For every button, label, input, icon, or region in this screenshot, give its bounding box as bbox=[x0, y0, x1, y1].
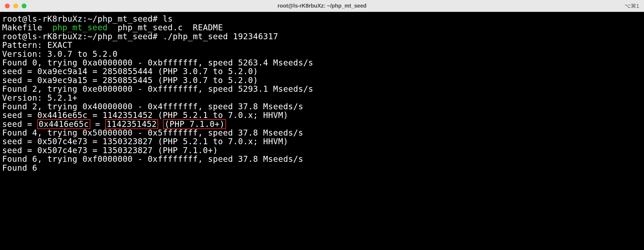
equals-text: = bbox=[90, 119, 105, 129]
file-name: php_mt_seed.c README bbox=[108, 23, 223, 32]
window-title: root@ls-rK8rbuXz: ~/php_mt_seed bbox=[277, 3, 366, 9]
shortcut-indicator: ⌥⌘1 bbox=[625, 3, 639, 9]
output-line: Found 0, trying 0xa0000000 - 0xbfffffff,… bbox=[2, 58, 642, 67]
output-line: Found 6, trying 0xf0000000 - 0xffffffff,… bbox=[2, 155, 642, 163]
output-line: seed = 0xa9ec9a14 = 2850855444 (PHP 3.0.… bbox=[2, 67, 642, 76]
prompt-text: root@ls-rK8rbuXz:~/php_mt_seed# bbox=[2, 14, 163, 24]
space-text bbox=[158, 119, 163, 129]
output-line: Pattern: EXACT bbox=[2, 41, 642, 50]
highlighted-hex: 0x4416e65c bbox=[37, 119, 90, 129]
output-line: seed = 0xa9ec9a15 = 2850855445 (PHP 3.0.… bbox=[2, 76, 642, 85]
maximize-icon[interactable] bbox=[22, 4, 26, 8]
output-line: seed = 0x507c4e73 = 1350323827 (PHP 7.1.… bbox=[2, 146, 642, 155]
seed-prefix: seed = bbox=[2, 119, 37, 129]
highlighted-version: (PHP 7.1.0+) bbox=[163, 119, 226, 129]
window-titlebar: root@ls-rK8rbuXz: ~/php_mt_seed ⌥⌘1 bbox=[0, 0, 644, 12]
highlighted-decimal: 1142351452 bbox=[105, 119, 158, 129]
executable-name: php_mt_seed bbox=[52, 23, 108, 32]
output-line: Found 2, trying 0xe0000000 - 0xffffffff,… bbox=[2, 85, 642, 93]
prompt-line: root@ls-rK8rbuXz:~/php_mt_seed# ls bbox=[2, 15, 642, 23]
output-line: Version: 3.0.7 to 5.2.0 bbox=[2, 50, 642, 58]
command-text: ./php_mt_seed 192346317 bbox=[163, 32, 278, 41]
minimize-icon[interactable] bbox=[13, 4, 18, 8]
traffic-lights bbox=[5, 4, 26, 8]
output-line: Found 6 bbox=[2, 164, 642, 172]
terminal-area[interactable]: root@ls-rK8rbuXz:~/php_mt_seed# ls Makef… bbox=[0, 12, 644, 175]
output-line: seed = 0x507c4e73 = 1350323827 (PHP 5.2.… bbox=[2, 137, 642, 146]
prompt-line: root@ls-rK8rbuXz:~/php_mt_seed# ./php_mt… bbox=[2, 32, 642, 41]
command-text: ls bbox=[163, 14, 173, 24]
close-icon[interactable] bbox=[5, 4, 10, 8]
output-line: Found 2, trying 0x40000000 - 0x4fffffff,… bbox=[2, 102, 642, 111]
output-line: seed = 0x4416e65c = 1142351452 (PHP 5.2.… bbox=[2, 111, 642, 120]
output-line: Version: 5.2.1+ bbox=[2, 94, 642, 102]
ls-output: Makefile php_mt_seed php_mt_seed.c READM… bbox=[2, 23, 642, 32]
highlighted-seed-line: seed = 0x4416e65c = 1142351452 (PHP 7.1.… bbox=[2, 120, 642, 129]
prompt-text: root@ls-rK8rbuXz:~/php_mt_seed# bbox=[2, 32, 163, 41]
file-name: Makefile bbox=[2, 23, 52, 32]
output-line: Found 4, trying 0x50000000 - 0x5fffffff,… bbox=[2, 129, 642, 137]
